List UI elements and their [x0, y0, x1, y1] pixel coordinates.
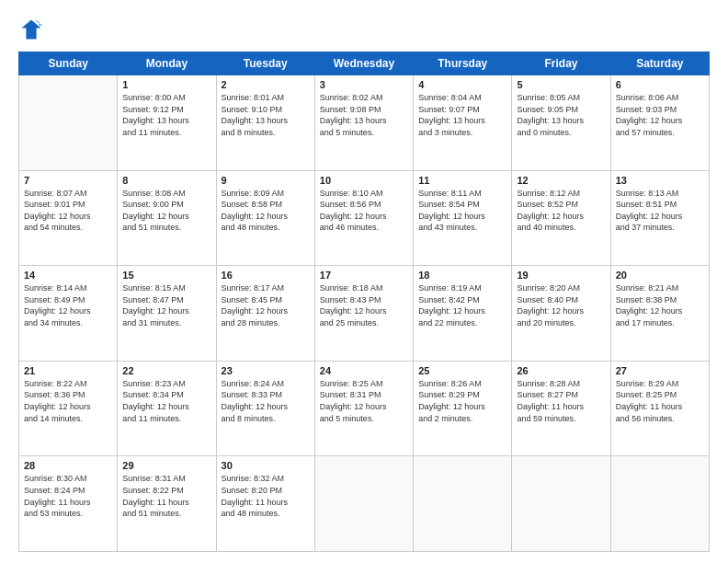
day-info: Sunrise: 8:17 AMSunset: 8:45 PMDaylight:… — [222, 282, 310, 328]
calendar-cell: 3Sunrise: 8:02 AMSunset: 9:08 PMDaylight… — [314, 75, 413, 171]
day-info: Sunrise: 8:09 AMSunset: 8:58 PMDaylight:… — [222, 188, 310, 234]
day-info: Sunrise: 8:11 AMSunset: 8:54 PMDaylight:… — [418, 188, 506, 234]
day-info: Sunrise: 8:13 AMSunset: 8:51 PMDaylight:… — [616, 188, 704, 234]
calendar-cell: 6Sunrise: 8:06 AMSunset: 9:03 PMDaylight… — [610, 75, 709, 171]
calendar-cell: 18Sunrise: 8:19 AMSunset: 8:42 PMDayligh… — [414, 266, 512, 362]
day-number: 2 — [222, 79, 310, 90]
calendar-cell: 2Sunrise: 8:01 AMSunset: 9:10 PMDaylight… — [216, 75, 314, 171]
day-info: Sunrise: 8:08 AMSunset: 9:00 PMDaylight:… — [122, 188, 210, 234]
weekday-header-thursday: Thursday — [414, 52, 512, 75]
calendar-cell: 12Sunrise: 8:12 AMSunset: 8:52 PMDayligh… — [512, 170, 610, 266]
weekday-header-wednesday: Wednesday — [314, 52, 413, 75]
day-info: Sunrise: 8:14 AMSunset: 8:49 PMDaylight:… — [24, 282, 112, 328]
day-number: 21 — [24, 365, 112, 376]
day-number: 20 — [616, 270, 704, 281]
day-number: 24 — [320, 365, 408, 376]
day-number: 13 — [616, 175, 704, 186]
day-info: Sunrise: 8:20 AMSunset: 8:40 PMDaylight:… — [517, 282, 605, 328]
day-info: Sunrise: 8:29 AMSunset: 8:25 PMDaylight:… — [616, 378, 704, 424]
day-info: Sunrise: 8:23 AMSunset: 8:34 PMDaylight:… — [122, 378, 210, 424]
day-info: Sunrise: 8:06 AMSunset: 9:03 PMDaylight:… — [616, 92, 704, 138]
day-number: 19 — [517, 270, 605, 281]
day-number: 11 — [418, 175, 506, 186]
calendar-cell: 24Sunrise: 8:25 AMSunset: 8:31 PMDayligh… — [314, 361, 413, 456]
header — [18, 17, 710, 42]
day-number: 5 — [517, 79, 605, 90]
day-number: 29 — [122, 460, 210, 471]
logo — [18, 17, 48, 42]
calendar-cell: 30Sunrise: 8:32 AMSunset: 8:20 PMDayligh… — [216, 456, 314, 552]
calendar-cell: 23Sunrise: 8:24 AMSunset: 8:33 PMDayligh… — [216, 361, 314, 456]
calendar-cell: 26Sunrise: 8:28 AMSunset: 8:27 PMDayligh… — [512, 361, 610, 456]
day-number: 25 — [418, 365, 506, 376]
calendar-cell: 11Sunrise: 8:11 AMSunset: 8:54 PMDayligh… — [414, 170, 512, 266]
day-info: Sunrise: 8:04 AMSunset: 9:07 PMDaylight:… — [418, 92, 506, 138]
logo-icon — [18, 17, 44, 42]
calendar-cell: 7Sunrise: 8:07 AMSunset: 9:01 PMDaylight… — [19, 170, 118, 266]
day-info: Sunrise: 8:21 AMSunset: 8:38 PMDaylight:… — [616, 282, 704, 328]
day-info: Sunrise: 8:05 AMSunset: 9:05 PMDaylight:… — [517, 92, 605, 138]
day-info: Sunrise: 8:12 AMSunset: 8:52 PMDaylight:… — [517, 188, 605, 234]
weekday-header-tuesday: Tuesday — [216, 52, 314, 75]
calendar-cell: 21Sunrise: 8:22 AMSunset: 8:36 PMDayligh… — [19, 361, 118, 456]
day-number: 16 — [222, 270, 310, 281]
day-info: Sunrise: 8:32 AMSunset: 8:20 PMDaylight:… — [222, 473, 310, 519]
calendar-cell: 10Sunrise: 8:10 AMSunset: 8:56 PMDayligh… — [314, 170, 413, 266]
day-number: 12 — [517, 175, 605, 186]
calendar-cell: 5Sunrise: 8:05 AMSunset: 9:05 PMDaylight… — [512, 75, 610, 171]
day-info: Sunrise: 8:26 AMSunset: 8:29 PMDaylight:… — [418, 378, 506, 424]
day-info: Sunrise: 8:07 AMSunset: 9:01 PMDaylight:… — [24, 188, 112, 234]
day-number: 8 — [122, 175, 210, 186]
calendar-cell: 28Sunrise: 8:30 AMSunset: 8:24 PMDayligh… — [19, 456, 118, 552]
weekday-header-sunday: Sunday — [19, 52, 118, 75]
day-number: 3 — [320, 79, 408, 90]
calendar-cell: 20Sunrise: 8:21 AMSunset: 8:38 PMDayligh… — [610, 266, 709, 362]
week-row-5: 28Sunrise: 8:30 AMSunset: 8:24 PMDayligh… — [19, 456, 710, 552]
day-number: 9 — [222, 175, 310, 186]
day-info: Sunrise: 8:00 AMSunset: 9:12 PMDaylight:… — [122, 92, 210, 138]
calendar-cell: 14Sunrise: 8:14 AMSunset: 8:49 PMDayligh… — [19, 266, 118, 362]
day-info: Sunrise: 8:10 AMSunset: 8:56 PMDaylight:… — [320, 188, 408, 234]
calendar-cell: 15Sunrise: 8:15 AMSunset: 8:47 PMDayligh… — [118, 266, 216, 362]
day-info: Sunrise: 8:24 AMSunset: 8:33 PMDaylight:… — [222, 378, 310, 424]
day-number: 23 — [222, 365, 310, 376]
day-number: 28 — [24, 460, 112, 471]
calendar-cell — [610, 456, 709, 552]
day-info: Sunrise: 8:25 AMSunset: 8:31 PMDaylight:… — [320, 378, 408, 424]
calendar-cell: 22Sunrise: 8:23 AMSunset: 8:34 PMDayligh… — [118, 361, 216, 456]
day-info: Sunrise: 8:31 AMSunset: 8:22 PMDaylight:… — [122, 473, 210, 519]
day-number: 14 — [24, 270, 112, 281]
day-number: 6 — [616, 79, 704, 90]
day-number: 1 — [122, 79, 210, 90]
calendar-cell — [414, 456, 512, 552]
calendar-cell: 16Sunrise: 8:17 AMSunset: 8:45 PMDayligh… — [216, 266, 314, 362]
calendar-cell: 19Sunrise: 8:20 AMSunset: 8:40 PMDayligh… — [512, 266, 610, 362]
calendar-cell — [314, 456, 413, 552]
calendar-cell: 13Sunrise: 8:13 AMSunset: 8:51 PMDayligh… — [610, 170, 709, 266]
day-info: Sunrise: 8:28 AMSunset: 8:27 PMDaylight:… — [517, 378, 605, 424]
day-number: 17 — [320, 270, 408, 281]
day-number: 30 — [222, 460, 310, 471]
day-number: 26 — [517, 365, 605, 376]
weekday-header-saturday: Saturday — [610, 52, 709, 75]
weekday-header-monday: Monday — [118, 52, 216, 75]
week-row-2: 7Sunrise: 8:07 AMSunset: 9:01 PMDaylight… — [19, 170, 710, 266]
day-number: 4 — [418, 79, 506, 90]
day-info: Sunrise: 8:30 AMSunset: 8:24 PMDaylight:… — [24, 473, 112, 519]
day-info: Sunrise: 8:18 AMSunset: 8:43 PMDaylight:… — [320, 282, 408, 328]
calendar-cell: 25Sunrise: 8:26 AMSunset: 8:29 PMDayligh… — [414, 361, 512, 456]
day-number: 27 — [616, 365, 704, 376]
calendar-cell: 27Sunrise: 8:29 AMSunset: 8:25 PMDayligh… — [610, 361, 709, 456]
day-info: Sunrise: 8:15 AMSunset: 8:47 PMDaylight:… — [122, 282, 210, 328]
calendar-cell: 4Sunrise: 8:04 AMSunset: 9:07 PMDaylight… — [414, 75, 512, 171]
calendar-table: SundayMondayTuesdayWednesdayThursdayFrid… — [18, 52, 710, 552]
day-number: 7 — [24, 175, 112, 186]
day-info: Sunrise: 8:01 AMSunset: 9:10 PMDaylight:… — [222, 92, 310, 138]
day-number: 22 — [122, 365, 210, 376]
svg-marker-0 — [22, 20, 41, 40]
weekday-header-friday: Friday — [512, 52, 610, 75]
calendar-cell: 9Sunrise: 8:09 AMSunset: 8:58 PMDaylight… — [216, 170, 314, 266]
calendar-cell — [512, 456, 610, 552]
week-row-3: 14Sunrise: 8:14 AMSunset: 8:49 PMDayligh… — [19, 266, 710, 362]
calendar-cell: 17Sunrise: 8:18 AMSunset: 8:43 PMDayligh… — [314, 266, 413, 362]
